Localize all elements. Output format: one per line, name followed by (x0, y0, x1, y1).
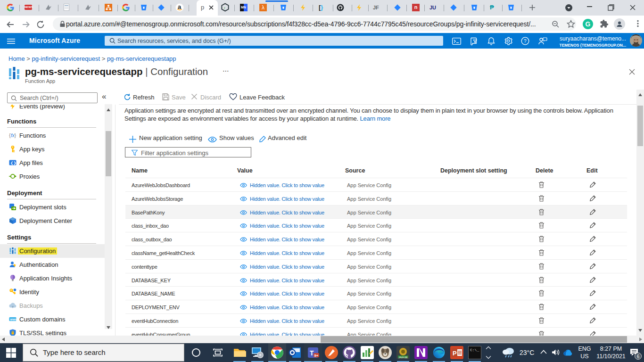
svg-text:T: T (310, 349, 314, 357)
svg-text:JAVA EE: JAVA EE (398, 356, 408, 359)
svg-text:}: } (15, 132, 17, 138)
svg-text:r: r (224, 6, 225, 10)
svg-text:9+: 9+ (314, 354, 319, 358)
svg-text:❮❯: ❮❯ (10, 161, 17, 165)
svg-text:P: P (453, 350, 457, 357)
svg-text:WWW: WWW (10, 318, 17, 321)
svg-text:?: ? (524, 39, 527, 44)
